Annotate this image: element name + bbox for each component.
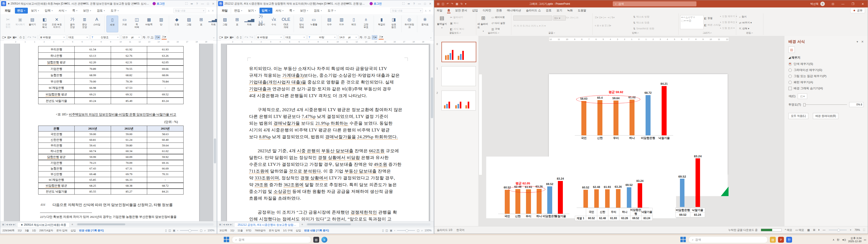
button-잘라내기[interactable]: ✂잘라내기: [450, 16, 463, 19]
tab-애니메이션[interactable]: 애니메이션: [504, 7, 524, 13]
zoom-slider[interactable]: [180, 230, 198, 231]
minimize-button[interactable]: —: [418, 2, 421, 5]
menu-서식[interactable]: 서식▼: [56, 8, 69, 13]
button-텍스트 방향[interactable]: ⇅텍스트 방향: [633, 15, 649, 19]
highlight-button[interactable]: 가▾: [372, 35, 377, 39]
view-sorter-icon[interactable]: ⊞: [813, 228, 815, 232]
new-slide-button[interactable]: ⊞새 슬라이드▾: [477, 15, 489, 32]
button-선택[interactable]: ⇱선택 ▾: [739, 27, 749, 30]
print-icon[interactable]: ⎙: [20, 36, 22, 39]
tab-검토[interactable]: 검토: [544, 7, 554, 13]
bar-낙찰가율[interactable]: [558, 181, 563, 214]
list-indent-buttons[interactable]: ☰▾ ☱▾ | ⇤ ⇥ | ⇅▾: [595, 16, 615, 19]
ribbon-단[interactable]: ▥단: [155, 16, 167, 32]
ribbon-상호-참조[interactable]: ◨상호참조: [388, 16, 400, 32]
redo-icon[interactable]: ↷▾: [249, 36, 253, 39]
ribbon-OLE-개체[interactable]: OLEOLE개체: [280, 16, 292, 32]
transparency-value[interactable]: 0% ⇕: [849, 102, 864, 107]
toolbar-collapse-icon[interactable]: ⌄: [430, 36, 432, 39]
ribbon-가로[interactable]: ▭가로: [119, 16, 130, 32]
title-bar[interactable]: 한 251212 공정위, 4대 시중은행의 정보교환 담합행위 제재 보도자료…: [217, 0, 434, 7]
tab-nav-buttons[interactable]: ▣ | ◀ ◀ ▶ ▶|: [0, 223, 17, 226]
menu-file[interactable]: 파일: [219, 8, 231, 13]
split-icon[interactable]: ⇹: [408, 2, 410, 5]
login-button[interactable]: 로그인: [370, 2, 382, 6]
view-spread-icon[interactable]: ◫: [168, 229, 171, 232]
notification-icon[interactable]: ▭: [864, 238, 866, 241]
edge-icon[interactable]: e: [321, 237, 327, 243]
horizontal-scrollbar[interactable]: [306, 223, 431, 226]
style-combo[interactable]: ≣ 바탕글▼: [256, 35, 283, 40]
vertical-scrollbar[interactable]: [430, 43, 434, 221]
open-icon[interactable]: ▤▾: [7, 36, 11, 39]
ribbon-복사하기[interactable]: ▣복사하기: [14, 16, 26, 32]
panel-options-icon[interactable]: ▾: [857, 40, 858, 43]
radio-icon[interactable]: [788, 68, 792, 72]
minimize-button[interactable]: —: [838, 0, 848, 7]
bar-우리[interactable]: [605, 189, 610, 208]
document-area[interactable]: 유지되었다. 이는 부동산 소재지나 차주의 특성에 따라 금융당국의 LTV규…: [221, 43, 430, 221]
ribbon-그림[interactable]: ▨그림: [219, 16, 231, 32]
menu-쪽[interactable]: 쪽▼: [287, 8, 297, 13]
panel-close-icon[interactable]: ✕: [861, 40, 864, 43]
fill-option[interactable]: 그림 또는 질감 채우기(P): [788, 74, 864, 78]
save-icon[interactable]: ▣▾: [230, 36, 234, 39]
menu-입력[interactable]: 입력▼: [42, 8, 55, 13]
qat-icon[interactable]: ▾: [465, 2, 466, 5]
zoom-small-icon[interactable]: ▫: [177, 229, 178, 232]
preset-combo[interactable]: 대표▼: [285, 35, 306, 40]
ribbon-메모[interactable]: ▯메모: [348, 16, 360, 32]
menu-쪽[interactable]: 쪽▼: [70, 8, 80, 13]
tab-보기[interactable]: 보기: [554, 7, 565, 13]
fill-color-button[interactable]: ◰ ▾: [798, 94, 807, 99]
zoom-out-icon[interactable]: —: [823, 228, 826, 232]
bar-낙찰가율[interactable]: [638, 183, 642, 208]
ribbon-표[interactable]: ⊞표: [231, 16, 243, 32]
font-color-button[interactable]: 가▾: [162, 35, 166, 39]
font-size-combo[interactable]: 12.0pt▼: [121, 35, 141, 40]
tab-삽입[interactable]: 삽입: [470, 7, 480, 13]
button-SmartArt로 변환[interactable]: ⇅SmartArt로 변환: [633, 27, 654, 30]
find-input[interactable]: 찾을 내용▾: [391, 8, 423, 13]
ribbon-교정-부호[interactable]: ±교정부호: [360, 16, 372, 32]
button-서식 복사[interactable]: ◧서식 복사: [450, 27, 464, 31]
tab-도움말[interactable]: 도움말: [575, 7, 589, 13]
share-button[interactable]: ☻공유: [850, 8, 865, 13]
menu-보기[interactable]: 보기▼: [246, 8, 258, 13]
bar-비담합은행[interactable]: [547, 186, 552, 214]
track-changes-status[interactable]: 변경 내용 [기록 중지]: [304, 229, 329, 232]
apply-all-button[interactable]: 모두 적용(L): [788, 113, 808, 119]
horizontal-scrollbar[interactable]: [76, 223, 214, 226]
hscroll-thumb[interactable]: [77, 223, 125, 225]
bar-국민[interactable]: [583, 190, 588, 208]
close-button[interactable]: ✕: [858, 0, 868, 7]
bar-비담합은행[interactable]: [646, 95, 651, 135]
slide-ruler[interactable]: 1211109876543210123456789101112: [549, 37, 729, 41]
tab-nav-buttons[interactable]: ▣ | ◀ ◀ ▶ ▶|: [217, 223, 234, 226]
ribbon-모양-복사[interactable]: ◧모양복사: [39, 16, 51, 32]
new-tab-button[interactable]: +: [301, 222, 303, 226]
new-doc-icon[interactable]: ▢▾: [219, 36, 223, 39]
fill-section-header[interactable]: ◢ 채우기: [788, 56, 864, 60]
ribbon-글자-모양[interactable]: 가글자모양: [66, 16, 78, 32]
new-tab-button[interactable]: +: [71, 222, 73, 226]
maximize-button[interactable]: □: [424, 2, 426, 5]
comments-button[interactable]: ▭ 메모: [796, 228, 804, 232]
zoom-slider[interactable]: [397, 230, 415, 231]
ltv-table-upper[interactable]: 우리은행61.5461.9261.93하나은행63.1362.7663.26담합…: [38, 46, 184, 104]
radio-icon[interactable]: [788, 74, 792, 78]
green-triangle-shape[interactable]: [721, 187, 728, 196]
fill-option[interactable]: 패턴 채우기(A): [788, 80, 864, 84]
view-full-icon[interactable]: ▣: [173, 229, 176, 232]
ribbon-하이퍼링크[interactable]: ◎하이퍼링크: [403, 16, 415, 32]
button-레이아웃[interactable]: ▭레이아웃: [491, 16, 505, 19]
maximize-button[interactable]: □: [207, 2, 209, 5]
preview-icon[interactable]: ▯: [240, 36, 242, 39]
ribbon-그림[interactable]: ▨그림: [183, 16, 195, 32]
font-name-box[interactable]: [513, 16, 552, 21]
font-combo[interactable]: T신명조▼: [91, 35, 120, 40]
tab-홈[interactable]: 홈: [445, 7, 453, 13]
undo-icon[interactable]: ↶▾: [27, 36, 31, 39]
bold-button[interactable]: 가: [360, 35, 362, 39]
zoom-in-icon[interactable]: +: [850, 228, 851, 232]
